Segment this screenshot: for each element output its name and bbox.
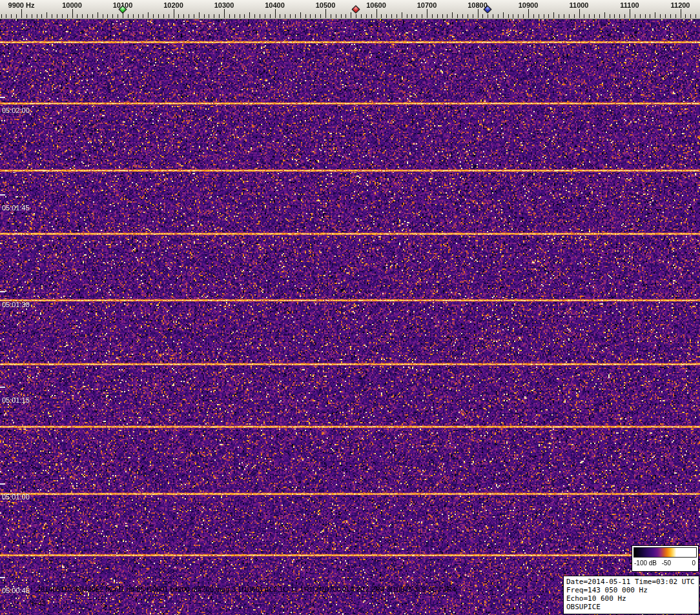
info-echo-frequency: Echo=10 600 Hz — [566, 594, 696, 603]
frequency-ruler[interactable]: 9900 Hz100001010010200103001040010500106… — [0, 0, 700, 19]
observation-info-box: Date=2014-05-11 Time=03:02 UTC Freq=143 … — [563, 576, 699, 614]
cursor-offset-text: ^t+43 — [28, 600, 46, 607]
freq-tick-label: 10700 — [417, 1, 437, 9]
event-data-text: 20140511030043052 hCnt1 nb-85 f10601 hit… — [37, 585, 456, 593]
legend-mid-label: -50 — [662, 560, 671, 567]
freq-tick-label: 10200 — [163, 1, 183, 9]
info-date-time: Date=2014-05-11 Time=03:02 UTC — [566, 578, 696, 586]
freq-tick-label: 10900 — [519, 1, 539, 9]
freq-tick-label: 10000 — [62, 1, 82, 9]
freq-tick-label: 9900 Hz — [8, 1, 35, 9]
color-gradient-bar — [633, 547, 697, 558]
legend-labels: -100 dB -50 0 — [633, 558, 697, 568]
legend-min-label: -100 dB — [634, 560, 657, 567]
freq-tick-label: 11100 — [620, 1, 639, 9]
spectrogram-canvas[interactable] — [0, 19, 700, 615]
spectrogram-app: 05:02:0005:01:4505:01:3005:01:1505:01:00… — [0, 0, 700, 615]
freq-tick-label: 10500 — [316, 1, 336, 9]
color-scale-legend: -100 dB -50 0 — [632, 545, 699, 572]
freq-tick-label: 10600 — [366, 1, 386, 9]
ruler-ticks-canvas — [0, 0, 700, 19]
freq-tick-label: 10400 — [265, 1, 285, 9]
freq-tick-label: 11000 — [570, 1, 589, 9]
freq-tick-label: 10300 — [214, 1, 234, 9]
freq-tick-label: 11200 — [671, 1, 690, 9]
info-frequency: Freq=143 050 000 Hz — [566, 586, 696, 594]
legend-max-label: 0 — [692, 560, 695, 567]
info-station-name: OBSUPICE — [566, 603, 696, 611]
